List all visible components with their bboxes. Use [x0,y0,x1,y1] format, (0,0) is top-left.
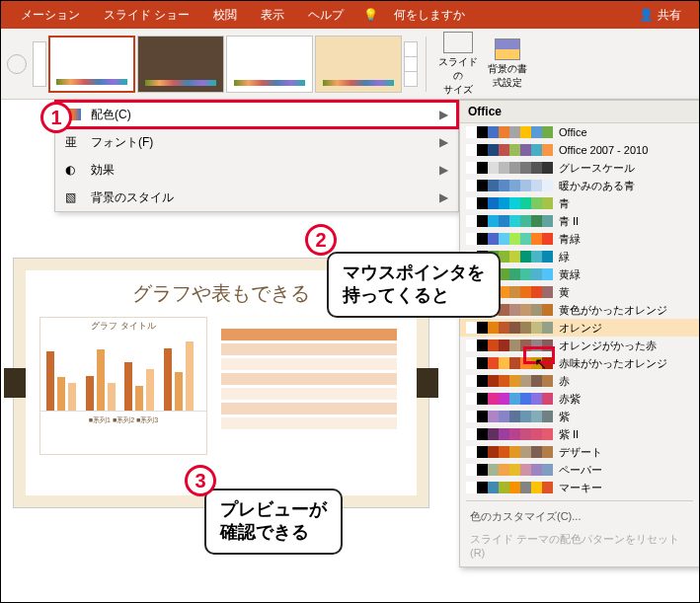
tab-view[interactable]: 表示 [249,1,296,29]
undo-icon[interactable] [7,54,27,74]
menu-effects[interactable]: ◐ 効果▶ [55,156,458,184]
effects-icon: ◐ [65,163,81,177]
theme-thumb-4[interactable] [315,36,402,93]
slide-size-button[interactable]: スライドの サイズ [434,32,482,97]
color-schemes-panel: Office OfficeOffice 2007 - 2010グレースケール暖か… [459,100,700,567]
share-button[interactable]: 👤共有 [639,7,681,24]
menu-bg-styles[interactable]: ▧ 背景のスタイル▶ [55,184,458,211]
scheme-16[interactable]: 紫 [460,408,699,425]
variant-dropdown: 配色(C)▶ 亜 フォント(F)▶ ◐ 効果▶ ▧ 背景のスタイル▶ [54,100,459,212]
scheme-11[interactable]: オレンジ [460,319,699,337]
menu-fonts[interactable]: 亜 フォント(F)▶ [55,128,458,156]
chevron-right-icon: ▶ [439,108,448,121]
customize-colors[interactable]: 色のカスタマイズ(C)... [460,505,699,528]
scheme-1[interactable]: Office 2007 - 2010 [460,141,699,159]
scheme-5[interactable]: 青 II [460,212,699,230]
scheme-6[interactable]: 青緑 [460,230,699,248]
chart: グラフ タイトル ■系列1 ■系列2 ■系列3 [39,317,207,455]
table-preview [221,317,397,455]
scheme-14[interactable]: 赤 [460,372,699,390]
callout-3: プレビューが確認できる [204,489,343,555]
tab-review[interactable]: 校閲 [201,1,249,29]
font-icon: 亜 [65,134,81,151]
scheme-12[interactable]: オレンジがかった赤 [460,337,699,354]
variant-scroll[interactable] [33,41,46,87]
theme-thumb-1[interactable] [48,36,135,93]
scheme-19[interactable]: ペーパー [460,461,699,479]
tell-me[interactable]: 何をしますか [382,1,477,29]
scheme-18[interactable]: デザート [460,443,699,461]
menu-colors[interactable]: 配色(C)▶ [55,101,458,128]
scheme-15[interactable]: 赤紫 [460,390,699,408]
variant-more[interactable] [404,41,418,87]
scheme-2[interactable]: グレースケール [460,159,699,177]
bg-format-button[interactable]: 背景の書 式設定 [484,38,531,90]
scheme-0[interactable]: Office [460,123,699,141]
scheme-20[interactable]: マーキー [460,479,699,496]
theme-thumb-2[interactable] [137,36,224,93]
reset-colors: スライド テーマの配色パターンをリセット(R) [460,528,699,563]
scheme-4[interactable]: 青 [460,194,699,212]
callout-2: マウスポインタを持ってくると [327,252,501,318]
theme-thumb-3[interactable] [226,36,313,93]
badge-3: 3 [185,465,216,496]
scheme-3[interactable]: 暖かみのある青 [460,177,699,194]
bulb-icon: 💡 [363,8,378,22]
bg-style-icon: ▧ [65,190,81,204]
badge-2: 2 [305,224,337,256]
scheme-17[interactable]: 紫 II [460,425,699,443]
share-icon: 👤 [639,8,654,22]
panel-header: Office [460,101,699,123]
tab-help[interactable]: ヘルプ [296,1,355,29]
badge-1: 1 [40,102,72,133]
scheme-13[interactable]: 赤味がかったオレンジ [460,354,699,372]
ribbon-tabs: メーション スライド ショー 校閲 表示 ヘルプ 💡 何をしますか 👤共有 [1,1,699,29]
tab-slideshow[interactable]: スライド ショー [92,1,201,29]
tab-animation[interactable]: メーション [9,1,92,29]
ribbon-body: スライドの サイズ 背景の書 式設定 [1,29,699,100]
